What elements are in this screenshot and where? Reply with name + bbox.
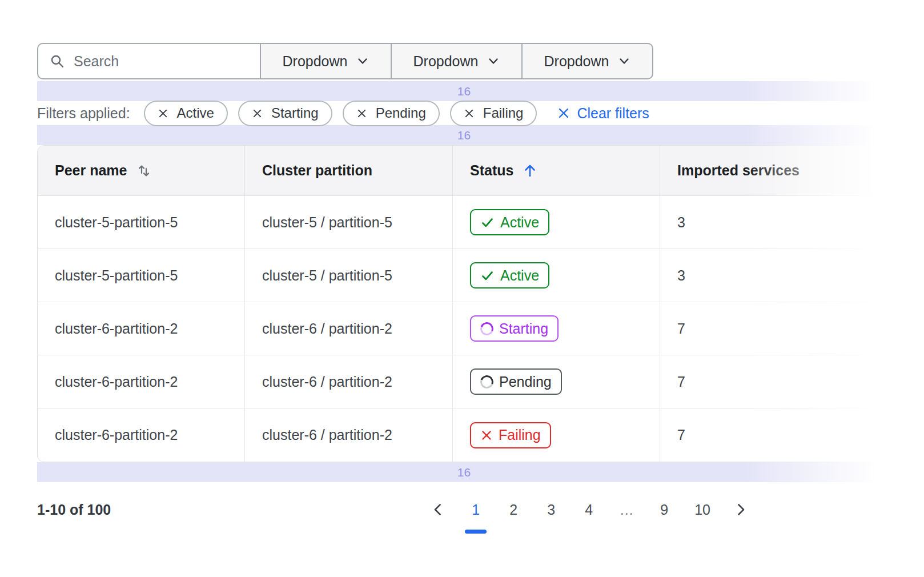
pagination-page-9[interactable]: 9 — [657, 498, 672, 521]
cell-cluster-partition: cluster-5 / partition-5 — [245, 196, 453, 249]
clear-filters-button[interactable]: Clear filters — [557, 105, 649, 122]
chevron-down-icon — [618, 55, 630, 67]
table-row: cluster-6-partition-2 cluster-6 / partit… — [38, 355, 890, 408]
filter-chip-list: Active Starting Pending Failing — [144, 101, 537, 126]
clear-filters-x-icon — [557, 107, 570, 119]
applied-filters-bar: Filters applied: Active Starting Pending… — [37, 101, 891, 125]
cell-imported-services: 3 — [660, 249, 890, 302]
pagination-page-10[interactable]: 10 — [694, 498, 710, 521]
check-icon — [480, 269, 495, 283]
status-badge-label: Active — [500, 214, 539, 231]
chip-dismiss-x-icon[interactable] — [356, 108, 367, 119]
cell-peer-name: cluster-5-partition-5 — [38, 249, 245, 302]
search-input[interactable]: Search — [37, 43, 261, 79]
status-badge-failing: Failing — [470, 422, 551, 448]
spacing-annotation-label: 16 — [457, 85, 471, 98]
status-badge-label: Pending — [499, 374, 552, 390]
dropdown-group: Dropdown Dropdown Dropdown — [261, 43, 653, 79]
table-header-row: Peer nameCluster partitionStatusImported… — [38, 146, 890, 196]
results-range-summary: 1-10 of 100 — [37, 502, 111, 518]
cell-imported-services: 7 — [660, 302, 890, 355]
dropdown-label: Dropdown — [283, 53, 348, 70]
chip-dismiss-x-icon[interactable] — [252, 108, 263, 119]
chevron-down-icon — [356, 55, 369, 67]
dropdown-label: Dropdown — [413, 53, 479, 70]
cell-status: Active — [453, 196, 660, 249]
column-header-label: Status — [470, 162, 513, 179]
cell-cluster-partition: cluster-6 / partition-2 — [245, 355, 453, 408]
chip-label: Starting — [271, 105, 319, 121]
spinner-icon — [478, 373, 496, 391]
table-body: cluster-5-partition-5 cluster-5 / partit… — [38, 196, 890, 462]
sort-updown-icon — [136, 163, 152, 179]
spacing-annotation-bar: 16 — [37, 125, 891, 145]
status-badge-label: Starting — [499, 320, 548, 337]
status-badge-label: Failing — [499, 427, 541, 443]
spacing-annotation-label: 16 — [457, 129, 471, 142]
table-row: cluster-6-partition-2 cluster-6 / partit… — [38, 408, 890, 462]
x-icon — [480, 429, 493, 442]
status-badge-starting: Starting — [470, 315, 559, 342]
spacing-annotation-bar: 16 — [37, 81, 891, 101]
dropdown-label: Dropdown — [544, 53, 609, 70]
cell-status: Active — [453, 249, 660, 302]
column-header-label: Imported services — [677, 162, 800, 179]
cell-imported-services: 7 — [660, 355, 890, 408]
cell-status: Starting — [453, 302, 660, 355]
pagination-next-button[interactable] — [733, 502, 748, 517]
column-header-label: Peer name — [55, 162, 127, 179]
column-header-peer-name[interactable]: Peer name — [38, 146, 245, 195]
filter-chip-starting[interactable]: Starting — [238, 101, 332, 126]
status-badge-label: Active — [500, 267, 539, 284]
column-header-label: Cluster partition — [262, 162, 372, 179]
pagination: 1234…910 — [431, 498, 748, 521]
cell-peer-name: cluster-6-partition-2 — [38, 408, 245, 462]
dropdown-button-1[interactable]: Dropdown — [260, 43, 392, 79]
cell-status: Failing — [453, 408, 660, 462]
column-header-imported-services: Imported services — [660, 146, 890, 195]
peers-table: Peer nameCluster partitionStatusImported… — [37, 145, 891, 462]
pagination-page-1[interactable]: 1 — [468, 498, 483, 521]
column-header-cluster-partition: Cluster partition — [245, 146, 453, 195]
cell-imported-services: 7 — [660, 408, 890, 462]
status-badge-pending: Pending — [470, 368, 562, 395]
spinner-icon — [478, 320, 496, 338]
filter-chip-pending[interactable]: Pending — [343, 101, 440, 126]
table-footer: 1-10 of 100 1234…910 — [37, 491, 891, 528]
cell-cluster-partition: cluster-6 / partition-2 — [245, 302, 453, 355]
chip-label: Active — [177, 105, 214, 121]
pagination-page-3[interactable]: 3 — [544, 498, 559, 521]
filter-chip-active[interactable]: Active — [144, 101, 228, 126]
spacing-annotation-label: 16 — [457, 466, 471, 479]
peers-list-page: Search Dropdown Dropdown Dropdown 16 Fil… — [37, 43, 891, 528]
table-row: cluster-5-partition-5 cluster-5 / partit… — [38, 196, 890, 249]
cell-cluster-partition: cluster-6 / partition-2 — [245, 408, 453, 462]
cell-imported-services: 3 — [660, 196, 890, 249]
dropdown-button-3[interactable]: Dropdown — [521, 43, 653, 79]
cell-peer-name: cluster-6-partition-2 — [38, 302, 245, 355]
clear-filters-label: Clear filters — [577, 105, 649, 122]
search-icon — [50, 54, 65, 69]
cell-status: Pending — [453, 355, 660, 408]
status-badge-active: Active — [470, 262, 549, 288]
cell-peer-name: cluster-6-partition-2 — [38, 355, 245, 408]
chevron-right-icon — [733, 502, 748, 517]
pagination-page-2[interactable]: 2 — [506, 498, 521, 521]
check-icon — [480, 215, 495, 230]
filters-applied-label: Filters applied: — [37, 105, 130, 122]
chip-label: Failing — [483, 105, 524, 121]
filter-toolbar: Search Dropdown Dropdown Dropdown — [37, 43, 654, 79]
sort-ascending-arrow-icon — [523, 163, 537, 178]
chevron-left-icon — [431, 502, 445, 517]
chip-dismiss-x-icon[interactable] — [158, 108, 168, 119]
pagination-prev-button[interactable] — [431, 502, 445, 517]
search-placeholder: Search — [74, 53, 119, 70]
column-header-status[interactable]: Status — [453, 146, 660, 195]
dropdown-button-2[interactable]: Dropdown — [391, 43, 523, 79]
pagination-ellipsis: … — [619, 498, 634, 521]
chip-dismiss-x-icon[interactable] — [464, 108, 475, 119]
cell-peer-name: cluster-5-partition-5 — [38, 196, 245, 249]
table-row: cluster-6-partition-2 cluster-6 / partit… — [38, 302, 890, 355]
pagination-page-4[interactable]: 4 — [581, 498, 596, 521]
filter-chip-failing[interactable]: Failing — [450, 101, 537, 126]
